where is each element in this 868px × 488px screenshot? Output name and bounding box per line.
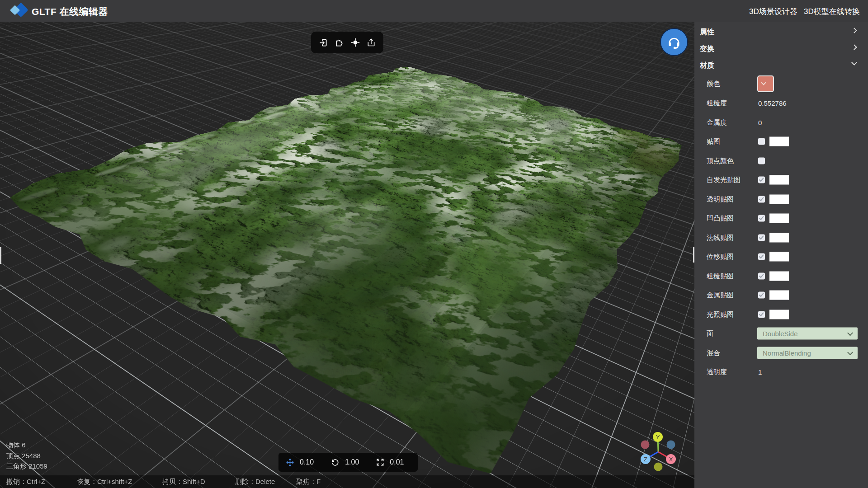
svg-text:X: X bbox=[669, 456, 673, 463]
svg-text:Y: Y bbox=[656, 434, 660, 441]
svg-text:Z: Z bbox=[644, 456, 647, 463]
